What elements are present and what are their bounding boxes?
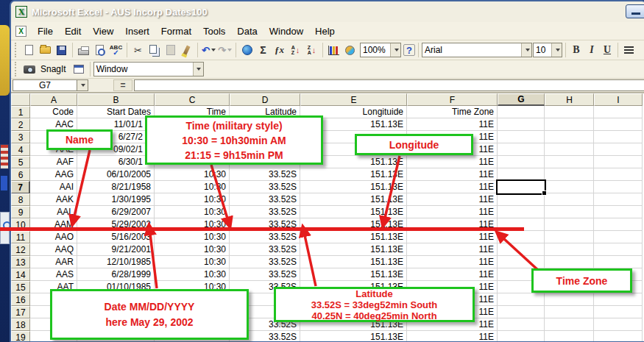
cell-D12[interactable]: 33.52S bbox=[230, 243, 300, 256]
cell-F9[interactable]: 11E bbox=[407, 206, 498, 218]
title-bar[interactable]: X Microsoft Excel - AUS Incorp Dates100 bbox=[11, 1, 644, 22]
cell-I12[interactable] bbox=[594, 243, 643, 256]
row-header-8[interactable]: 8 bbox=[11, 193, 30, 206]
cell-B7[interactable]: 8/21/1958 bbox=[77, 181, 155, 193]
cell-H3[interactable] bbox=[545, 131, 594, 143]
cell-H10[interactable] bbox=[545, 218, 594, 231]
snagit-profile-select[interactable]: Window bbox=[93, 62, 204, 76]
snagit-properties-icon[interactable] bbox=[71, 62, 87, 77]
row-header-6[interactable]: 6 bbox=[11, 168, 30, 181]
column-header-H[interactable]: H bbox=[545, 93, 594, 106]
cell-C6[interactable]: 10:30 bbox=[155, 168, 230, 181]
menu-item-data[interactable]: Data bbox=[231, 24, 263, 39]
cell-B14[interactable]: 6/28/1999 bbox=[77, 268, 155, 281]
cell-D13[interactable]: 33.52S bbox=[230, 256, 300, 268]
menu-item-view[interactable]: View bbox=[87, 24, 119, 39]
hyperlink-icon[interactable] bbox=[239, 43, 255, 58]
format-painter-icon[interactable] bbox=[179, 43, 194, 58]
print-icon[interactable] bbox=[76, 43, 91, 58]
cell-A12[interactable]: AAQ bbox=[30, 243, 77, 256]
row-header-12[interactable]: 12 bbox=[11, 243, 30, 256]
cell-C10[interactable]: 10:30 bbox=[155, 218, 230, 231]
cell-G8[interactable] bbox=[498, 193, 545, 206]
cell-E11[interactable]: 151.13E bbox=[300, 231, 407, 243]
cell-E19[interactable]: 151.13E bbox=[300, 331, 407, 342]
column-header-E[interactable]: E bbox=[300, 93, 407, 106]
save-icon[interactable] bbox=[54, 43, 69, 58]
cell-F7[interactable]: 11E bbox=[407, 181, 498, 193]
row-header-11[interactable]: 11 bbox=[11, 231, 30, 243]
cell-H6[interactable] bbox=[545, 168, 594, 181]
selected-cell-outline[interactable] bbox=[496, 179, 546, 195]
cell-E12[interactable]: 151.13E bbox=[300, 243, 407, 256]
row-header-15[interactable]: 15 bbox=[11, 281, 30, 293]
cell-C9[interactable]: 10:30 bbox=[155, 206, 230, 218]
cell-I18[interactable] bbox=[594, 318, 643, 331]
paste-icon[interactable] bbox=[163, 43, 178, 58]
cell-G19[interactable] bbox=[498, 331, 545, 342]
bold-button[interactable]: B bbox=[569, 43, 584, 58]
cell-I11[interactable] bbox=[594, 231, 643, 243]
cell-A11[interactable]: AAO bbox=[30, 231, 77, 243]
chevron-down-icon[interactable] bbox=[193, 63, 203, 76]
cell-B8[interactable]: 1/30/1995 bbox=[77, 193, 155, 206]
row-header-14[interactable]: 14 bbox=[11, 268, 30, 281]
drawing-icon[interactable] bbox=[342, 43, 358, 58]
redo-icon[interactable]: ↷ bbox=[217, 43, 233, 58]
cell-F12[interactable]: 11E bbox=[407, 243, 498, 256]
cell-H8[interactable] bbox=[545, 193, 594, 206]
align-left-icon[interactable] bbox=[621, 43, 637, 58]
equals-button[interactable]: = bbox=[113, 79, 132, 91]
row-header-7[interactable]: 7 bbox=[11, 181, 30, 193]
cell-A6[interactable]: AAG bbox=[30, 168, 77, 181]
cell-B10[interactable]: 5/29/2002 bbox=[77, 218, 155, 231]
cell-H13[interactable] bbox=[545, 256, 594, 268]
cell-G2[interactable] bbox=[498, 118, 545, 131]
copy-icon[interactable] bbox=[146, 43, 162, 58]
cell-C12[interactable]: 10:30 bbox=[155, 243, 230, 256]
sort-ascending-icon[interactable]: AZ ↓ bbox=[288, 43, 303, 58]
cell-E7[interactable]: 151.13E bbox=[300, 181, 407, 193]
cell-G13[interactable] bbox=[498, 256, 545, 268]
spelling-icon[interactable]: ABC✓ bbox=[108, 43, 124, 58]
toolbar-grip[interactable] bbox=[15, 43, 18, 57]
cell-B9[interactable]: 6/29/2007 bbox=[77, 206, 155, 218]
cell-C14[interactable]: 10:30 bbox=[155, 268, 230, 281]
cell-G16[interactable] bbox=[498, 293, 545, 306]
cell-I2[interactable] bbox=[594, 118, 643, 131]
cell-I3[interactable] bbox=[594, 131, 643, 143]
cell-A14[interactable]: AAS bbox=[30, 268, 77, 281]
cell-I1[interactable] bbox=[594, 106, 643, 118]
cell-D10[interactable]: 33.52S bbox=[230, 218, 300, 231]
cell-H2[interactable] bbox=[545, 118, 594, 131]
row-header-4[interactable]: 4 bbox=[11, 143, 30, 156]
cell-D7[interactable]: 33.52S bbox=[230, 181, 300, 193]
cell-I17[interactable] bbox=[594, 306, 643, 318]
menu-item-insert[interactable]: Insert bbox=[119, 24, 155, 39]
menu-item-format[interactable]: Format bbox=[155, 24, 197, 39]
cell-I13[interactable] bbox=[594, 256, 643, 268]
cell-I8[interactable] bbox=[594, 193, 643, 206]
cell-B5[interactable]: 6/30/1 bbox=[77, 156, 155, 168]
font-name-select[interactable]: Arial bbox=[422, 43, 532, 57]
cell-E8[interactable]: 151.13E bbox=[300, 193, 407, 206]
cell-F10[interactable]: 11E bbox=[407, 218, 498, 231]
cell-H17[interactable] bbox=[545, 306, 594, 318]
cell-B1[interactable]: Start Dates bbox=[77, 106, 155, 118]
row-header-1[interactable]: 1 bbox=[11, 106, 30, 118]
cut-icon[interactable]: ✂ bbox=[130, 43, 146, 58]
cell-A13[interactable]: AAR bbox=[30, 256, 77, 268]
cell-D11[interactable]: 33.52S bbox=[230, 231, 300, 243]
cell-C8[interactable]: 10:30 bbox=[155, 193, 230, 206]
cell-E6[interactable]: 151.13E bbox=[300, 168, 407, 181]
cell-A5[interactable]: AAF bbox=[30, 156, 77, 168]
row-header-3[interactable]: 3 bbox=[11, 131, 30, 143]
italic-button[interactable]: I bbox=[584, 43, 599, 58]
cell-H1[interactable] bbox=[545, 106, 594, 118]
autosum-icon[interactable]: Σ bbox=[255, 43, 271, 58]
cell-I5[interactable] bbox=[594, 156, 643, 168]
cell-H5[interactable] bbox=[545, 156, 594, 168]
cell-I9[interactable] bbox=[594, 206, 643, 218]
cell-F14[interactable]: 11E bbox=[407, 268, 498, 281]
cell-I16[interactable] bbox=[594, 293, 643, 306]
